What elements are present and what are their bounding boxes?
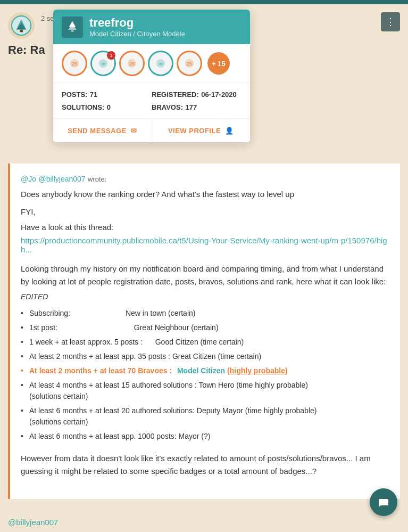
have-look-text: Have a look at this thread: [21,223,389,232]
registered-stat: REGISTERED: 06-17-2020 [152,89,242,99]
svg-text:✉: ✉ [102,62,105,67]
svg-text:✉: ✉ [159,62,163,67]
fyi-text: FYI, [21,207,389,216]
view-profile-button[interactable]: VIEW PROFILE 👤 [152,119,251,142]
looking-text: Looking through my history on my notific… [21,263,389,288]
rank-qualifier: (time highly probable) [236,381,308,389]
svg-text:25: 25 [72,61,77,67]
rank-item-subscribing: Subscribing: New in town (certain) [21,306,389,321]
badge-count-2: 1 [107,51,115,60]
rank-item-6months20: At least 6 months + at least 20 authored… [21,404,389,429]
solutions-label: SOLUTIONS: [62,103,104,111]
rank-item-1stpost: 1st post: Great Neighbour (certain) [21,321,389,335]
mention-link-1[interactable]: @Jo [21,175,36,183]
view-profile-label: VIEW PROFILE [168,127,221,135]
badge-icon-1: 25 [62,51,87,76]
solutions-stat: SOLUTIONS: 0 [62,102,152,112]
popup-header: treefrog Model Citizen / Citoyen Modèle [53,10,250,44]
rank-label: At least 2 months + at least app. 35 pos… [29,352,216,361]
rank-item-week: 1 week + at least approx. 5 posts : Good… [21,335,389,349]
rank-qualifier: (time certain) [218,352,261,361]
more-badges-button[interactable]: + 15 [207,52,230,75]
svg-text:25: 25 [129,61,135,67]
rank-qualifier-probable: (highly probable) [227,366,288,375]
main-content: ⋮ 2 second Re: Ra [0,4,408,532]
badge-icon-3: 25 [119,51,145,76]
registered-label: REGISTERED: [152,91,199,99]
rank-qualifier: (time highly probable) [245,406,317,415]
popup-user-info: treefrog Model Citizen / Citoyen Modèle [89,16,185,38]
rank-value: New in town [72,309,166,317]
rank-item-2months35: At least 2 months + at least app. 35 pos… [21,349,389,364]
popup-rank: Model Citizen / Citoyen Modèle [89,30,185,38]
registered-value: 06-17-2020 [201,91,237,99]
bravos-stat: BRAVOS: 177 [152,102,242,112]
svg-text:25: 25 [187,61,192,67]
posts-stat: POSTS: 71 [62,89,152,99]
badge-icon-4: ✉ [148,51,173,76]
badge-icon-5: 25 [177,51,202,76]
second-post: @billyjean007 I can confirm that it take… [8,510,400,532]
popup-logo [62,17,83,38]
rank-list: Subscribing: New in town (certain) 1st p… [21,306,389,444]
user-popup-card: treefrog Model Citizen / Citoyen Modèle … [53,10,250,142]
rank-item-4months: At least 4 months + at least 15 authored… [21,378,389,404]
mention-link-2[interactable]: @billyjean007 [38,175,85,183]
rank-qualifier: (certain) [168,309,195,317]
rank-label: 1 week + at least approx. 5 posts : [29,338,143,346]
svg-rect-6 [71,29,74,31]
top-bar [0,0,408,4]
rank-label: 1st post: [29,323,57,332]
edited-label: EDITED [21,292,389,301]
profile-icon: 👤 [225,127,234,135]
thread-url-link[interactable]: https://productioncommunity.publicmobile… [21,236,389,254]
stats-grid: POSTS: 71 REGISTERED: 06-17-2020 SOLUTIO… [53,83,250,119]
rank-qualifier: (time certain) [201,338,244,346]
rank-item-6months1000: At least 6 months + at least app. 1000 p… [21,429,389,444]
rank-qualifier2: (solutions certain) [29,392,88,400]
post-content: @Jo @billyjean007 wrote: Does anybody kn… [8,163,400,499]
posts-value: 71 [90,91,97,99]
three-dot-menu-button[interactable]: ⋮ [381,12,400,31]
rank-value: Good Citizen [145,338,198,346]
username-link[interactable]: @billyjean007 [8,518,400,527]
rank-qualifier2: (solutions certain) [29,418,88,426]
rank-value-model: Model Citizen [174,366,225,375]
bravos-label: BRAVOS: [152,103,183,111]
avatar [8,12,35,39]
rank-value: Great Neighbour [60,323,189,332]
svg-rect-3 [20,30,23,32]
rank-qualifier: (certain) [191,323,218,332]
wrote-label: wrote: [88,173,106,183]
rank-label: Subscribing: [29,309,70,317]
however-text: However from data it doesn't look like i… [21,452,389,478]
badges-row: 25 ✉ 1 25 ✉ 25 + 15 [53,44,250,83]
message-icon: ✉ [131,127,137,135]
question-text: Does anybody know the ranking order? And… [21,188,389,201]
rank-item-2months70: At least 2 months + at least 70 Bravoes … [21,364,389,378]
send-message-button[interactable]: SEND MESSAGE ✉ [53,119,152,142]
solutions-value: 0 [107,103,111,111]
posts-label: POSTS: [62,91,87,99]
send-message-label: SEND MESSAGE [68,127,127,135]
popup-actions: SEND MESSAGE ✉ VIEW PROFILE 👤 [53,119,250,142]
badge-icon-2: ✉ 1 [90,51,116,76]
bravos-value: 177 [185,103,197,111]
popup-username: treefrog [89,16,185,30]
chat-fab-button[interactable] [370,488,397,516]
rank-qualifier: (?) [201,432,210,440]
rank-label-highlight: At least 2 months + at least 70 Bravoes … [29,366,172,375]
